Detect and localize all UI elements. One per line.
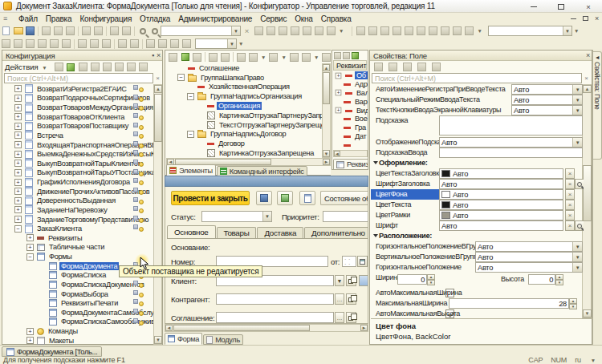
move-down-button[interactable] <box>113 62 125 73</box>
expander-icon[interactable]: − <box>26 253 34 261</box>
arrange-button[interactable] <box>288 51 300 63</box>
config-tree-scrollbar[interactable]: ▲ ▼ <box>153 84 162 345</box>
minimize-button[interactable] <box>520 0 547 13</box>
alphabet-view-button[interactable] <box>401 62 413 73</box>
style-combo[interactable]: ▼ <box>195 38 237 49</box>
expander-icon[interactable]: + <box>26 328 34 335</box>
config-tree-item[interactable]: РеквизитыПечати <box>3 298 154 308</box>
go-forward-button[interactable] <box>265 26 277 37</box>
align-right-button[interactable] <box>169 38 181 50</box>
config-tree-item[interactable]: +Реквизиты <box>3 233 154 243</box>
width-spinner[interactable]: ▲▼ <box>427 274 435 285</box>
close-panel-icon[interactable]: × <box>157 51 161 59</box>
zoom-combo[interactable]: ▼ <box>488 26 572 36</box>
config-search-input[interactable]: Поиск (Ctrl+Alt+М) <box>4 73 153 83</box>
redo-button[interactable] <box>120 26 132 37</box>
new-button[interactable] <box>53 62 65 73</box>
screen-button[interactable] <box>36 38 48 50</box>
expander-icon[interactable]: + <box>26 244 34 251</box>
books-button[interactable] <box>24 38 36 50</box>
window-button[interactable] <box>125 62 137 73</box>
close-window-button[interactable] <box>403 26 415 37</box>
property-row[interactable]: ЦветТекстаЗаголовкаАвто× <box>371 168 584 179</box>
tab-module[interactable]: Модуль <box>203 334 243 345</box>
expander-icon[interactable]: + <box>14 113 22 120</box>
config-tree-item[interactable]: +ГрафикИсполненияДоговора <box>3 177 154 187</box>
save-button[interactable] <box>256 191 272 205</box>
elements-tree-item[interactable]: Договор <box>166 139 322 148</box>
dialog-button[interactable] <box>300 51 312 63</box>
edit-button[interactable] <box>65 62 77 73</box>
expander-icon[interactable]: − <box>187 93 194 100</box>
expander-icon[interactable]: − <box>14 225 22 233</box>
choose-font-button[interactable] <box>575 220 584 231</box>
attribute-item[interactable] <box>333 140 368 149</box>
cascade-button[interactable] <box>379 26 391 37</box>
config-tree-item[interactable]: +ВходящаяТранспортнаяОперацияВЕТ <box>3 140 154 150</box>
elements-tree-item[interactable]: КартинкаОтгрузкаЗапрещена <box>166 148 322 158</box>
preview-button[interactable] <box>247 51 259 63</box>
client-open-button[interactable] <box>346 275 356 286</box>
delete-button[interactable] <box>89 62 101 73</box>
agreement-field[interactable] <box>216 312 334 323</box>
fill-button[interactable] <box>128 38 140 50</box>
config-tree-item[interactable]: +Команды <box>3 326 154 336</box>
property-row[interactable]: ЦветФонаАвто× <box>371 189 584 200</box>
attributes-hscroll[interactable]: ◄ <box>333 150 368 157</box>
properties-search-input[interactable]: Поиск (Ctrl+Alt+М) <box>372 73 582 83</box>
find-next-button[interactable] <box>148 26 161 37</box>
move-down-button[interactable] <box>219 51 231 63</box>
expander-icon[interactable]: + <box>14 104 22 111</box>
system-menu-icon[interactable]: ≡ <box>3 14 13 22</box>
bookmark-button[interactable] <box>415 26 427 37</box>
clear-value-button[interactable]: × <box>565 179 575 189</box>
status-dropdown-icon[interactable]: ▼ <box>262 212 271 221</box>
property-row[interactable]: ОтображениеПодсказкиАвто▼ <box>371 137 584 148</box>
list-button[interactable] <box>181 38 193 50</box>
new-button[interactable] <box>167 51 179 63</box>
find-button[interactable] <box>136 26 148 37</box>
palette-button[interactable] <box>60 38 72 50</box>
dropdown-arrow-icon[interactable]: ▼ <box>572 263 582 272</box>
config-tree-item[interactable]: +ВозвратТоваровМеждуОрганизациями <box>3 103 154 112</box>
align-left-button[interactable] <box>144 38 157 50</box>
form-hscroll[interactable]: ◄ ► <box>165 324 368 332</box>
config-tree-item[interactable]: +ВыкупВозвратнойТарыКлиентом <box>3 159 154 168</box>
expander-icon[interactable]: + <box>14 141 22 148</box>
run-button[interactable] <box>301 26 313 37</box>
edit-button[interactable] <box>352 52 359 59</box>
tile-button[interactable] <box>391 26 403 37</box>
doc-list-button[interactable] <box>299 191 315 205</box>
config-tree-item[interactable]: ФормаСпискаДокументов <box>3 280 154 289</box>
property-row[interactable]: Оформление: <box>371 158 584 168</box>
mdi-close-icon[interactable]: × <box>595 14 599 22</box>
property-row[interactable]: МаксимальнаяШирина28▲▼ <box>371 298 584 309</box>
config-tree-item[interactable]: +ВыкупВозвратнойТарыУПоставщика <box>3 168 154 178</box>
copy-button[interactable] <box>334 52 341 59</box>
config-tree-item[interactable]: +ВозвратТоваровОтКлиента <box>3 112 154 122</box>
property-row[interactable]: АвтоМаксимальнаяШирина <box>371 288 584 298</box>
config-tree-item[interactable]: −ЗаказКлиента <box>3 224 154 233</box>
expander-icon[interactable]: + <box>336 90 342 96</box>
category-view-button[interactable] <box>387 62 399 73</box>
tab-elements[interactable]: Элементы <box>166 164 216 176</box>
delete-button[interactable] <box>191 51 203 63</box>
filter-button[interactable] <box>137 62 149 73</box>
expander-icon[interactable]: + <box>14 131 22 139</box>
form-tab[interactable]: Дополнительно <box>304 227 368 238</box>
page-button[interactable] <box>48 38 60 50</box>
menu-item[interactable]: Правка <box>42 14 76 23</box>
sort-button[interactable] <box>372 62 384 73</box>
agreement-open-button[interactable] <box>346 312 356 323</box>
property-row[interactable]: Расположение: <box>371 231 584 241</box>
elements-tree-item[interactable]: КартинкаОтгрузкаПартнеруЗапре <box>166 111 322 120</box>
check-button[interactable] <box>430 62 442 73</box>
window-button[interactable] <box>12 38 24 50</box>
underline-button[interactable] <box>100 38 112 50</box>
config-tree-item[interactable]: ФормаДокументаСамообслужи... <box>3 308 154 317</box>
list-view-button[interactable] <box>267 51 279 63</box>
clear-value-button[interactable]: × <box>565 200 575 210</box>
client-dropdown-button[interactable]: ▼ <box>335 275 344 286</box>
clear-value-button[interactable]: × <box>565 168 575 179</box>
menu-item[interactable]: Файл <box>14 14 42 23</box>
